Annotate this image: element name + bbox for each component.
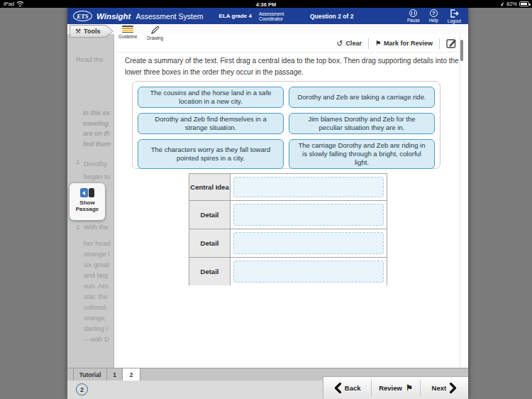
app-header: ETS Winsight Assessment System ELA grade… (67, 8, 468, 24)
back-label: Back (345, 384, 361, 392)
drawing-tool[interactable]: Drawing (147, 26, 163, 40)
notes-button[interactable] (446, 38, 457, 48)
passage-panel: Read the In this ex traveling are on th … (67, 34, 113, 368)
help-icon: ? (430, 9, 438, 17)
app-window: ETS Winsight Assessment System ELA grade… (67, 8, 468, 399)
show-passage-button[interactable]: Show Passage (70, 183, 105, 220)
question-content-panel: ↺ Clear ⚑ Mark for Review Create a summa… (113, 34, 468, 368)
show-passage-label: Show Passage (72, 200, 103, 212)
row-label: Central Idea (189, 174, 231, 200)
edit-icon (446, 38, 457, 48)
pause-button[interactable]: Pause (407, 9, 420, 23)
passage-italic-lines: In this ex traveling are on th find them (83, 108, 111, 149)
review-button[interactable]: Review ⚑ (372, 377, 419, 399)
review-flag-icon: ⚑ (406, 383, 413, 393)
draggable-option[interactable]: The characters worry as they fall toward… (138, 139, 284, 169)
tools-tab[interactable]: ⚒ Tools (70, 25, 113, 38)
paragraph-2-number: 2 (76, 223, 79, 231)
product-name: Assessment System (135, 12, 203, 21)
ets-logo-text: ETS (77, 13, 89, 20)
row-label: Detail (189, 201, 231, 229)
tab-1[interactable]: 1 (107, 368, 123, 381)
guideline-label: Guideline (118, 34, 138, 39)
logout-label: Logout (448, 18, 461, 23)
clock: 4:36 PM (0, 1, 532, 8)
help-button[interactable]: ? Help (429, 9, 438, 23)
tools-label: Tools (84, 28, 100, 35)
drawing-label: Drawing (147, 35, 163, 40)
review-label: Review (379, 384, 402, 392)
page-indicator-badge: 2 (76, 383, 88, 395)
paragraph-2-first-line: With the (84, 223, 109, 231)
status-bar: iPad 4:36 PM 82% (0, 0, 532, 8)
clear-button[interactable]: ↺ Clear (336, 39, 362, 48)
draggable-option[interactable]: Jim blames Dorothy and Zeb for the pecul… (289, 113, 435, 134)
clear-icon: ↺ (336, 39, 343, 48)
navigation-buttons: Back Review ⚑ Next (323, 376, 468, 399)
table-row: Detail (189, 229, 387, 257)
detail-drop-zone-3[interactable] (233, 261, 384, 283)
divider (368, 38, 369, 49)
draggable-option[interactable]: Dorothy and Zeb find themselves in a str… (138, 113, 284, 134)
scrollbar-thumb[interactable] (460, 40, 464, 61)
passage-intro-line: Read the (76, 55, 104, 63)
row-label: Detail (189, 258, 231, 285)
review-row-divider (115, 52, 464, 53)
guideline-icon (122, 26, 133, 33)
question-counter: Question 2 of 2 (310, 13, 353, 20)
draggable-option[interactable]: Dorothy and Zeb are taking a carriage ri… (289, 87, 435, 108)
guideline-tool[interactable]: Guideline (118, 26, 138, 39)
next-chevron-icon (450, 383, 457, 393)
tab-tutorial[interactable]: Tutorial (73, 368, 107, 381)
role-label: Assessment Coordinator (259, 11, 289, 21)
back-button[interactable]: Back (323, 377, 371, 399)
logout-icon (450, 9, 459, 18)
review-toolbar: ↺ Clear ⚑ Mark for Review (336, 37, 457, 50)
pause-icon (409, 9, 417, 17)
answer-options-container: The cousins and the horse land in a safe… (132, 81, 440, 169)
ipad-screen: iPad 4:36 PM 82% ETS Winsight Assessment… (0, 0, 532, 399)
show-passage-panel-icon (80, 188, 95, 197)
central-idea-drop-zone[interactable] (233, 177, 384, 197)
draggable-option[interactable]: The cousins and the horse land in a safe… (138, 87, 284, 108)
divider (439, 38, 440, 49)
question-prompt: Create a summary of the text. First drag… (125, 55, 462, 78)
location-arrow-icon (499, 1, 504, 7)
clear-label: Clear (345, 40, 362, 47)
battery-percent: 82% (506, 1, 517, 7)
ets-logo: ETS (73, 11, 92, 21)
help-label: Help (429, 18, 438, 23)
tools-icon: ⚒ (75, 28, 81, 35)
back-chevron-icon (334, 383, 341, 393)
table-row: Central Idea (189, 174, 387, 200)
row-label: Detail (189, 229, 231, 257)
tab-2[interactable]: 2 (123, 368, 140, 381)
header-buttons: Pause ? Help Logout (407, 9, 461, 23)
summary-table: Central Idea Detail Detail Detail (189, 173, 387, 285)
table-row: Detail (189, 200, 387, 229)
detail-drop-zone-1[interactable] (233, 204, 384, 226)
next-button[interactable]: Next (421, 377, 468, 399)
scrollbar-track (460, 34, 460, 368)
course-label: ELA grade 4 (219, 13, 252, 19)
table-row: Detail (189, 257, 387, 285)
mark-for-review-button[interactable]: ⚑ Mark for Review (375, 40, 433, 47)
brand-name: Winsight (96, 12, 131, 21)
paragraph-1-number: 1 (76, 158, 79, 165)
logout-button[interactable]: Logout (448, 9, 461, 23)
next-label: Next (432, 384, 447, 392)
paragraph-1-lines: Dorothy began to (84, 158, 110, 183)
flag-icon: ⚑ (375, 40, 381, 47)
bottom-bar: 2 Back Review ⚑ Next (67, 381, 468, 399)
tools-toolbar: ⚒ Tools Guideline Drawing (67, 24, 468, 34)
drawing-pencil-icon (150, 26, 160, 34)
pause-label: Pause (407, 18, 420, 23)
battery-icon (519, 1, 529, 6)
paragraph-2-lines: her head strange l six great and larg su… (84, 238, 111, 344)
mark-for-review-label: Mark for Review (384, 40, 433, 47)
draggable-option[interactable]: The carriage Dorothy and Zeb are riding … (289, 139, 435, 169)
detail-drop-zone-2[interactable] (233, 232, 384, 254)
